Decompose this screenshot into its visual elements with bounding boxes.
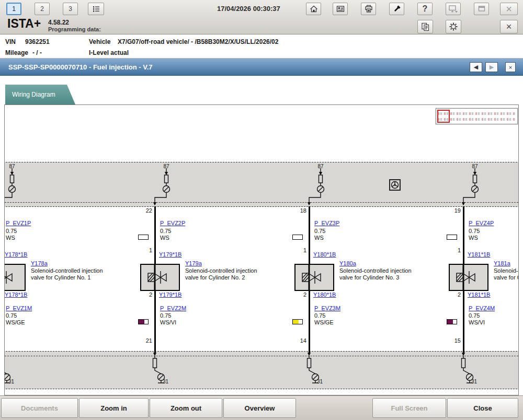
wire-color: WS [314, 235, 324, 241]
connection-icon [336, 5, 345, 13]
wire-gauge: 0.75 [469, 228, 480, 234]
close-session-button[interactable]: × [500, 20, 518, 33]
prev-document-button[interactable]: ◀ [470, 62, 482, 72]
rail-dash-line [5, 356, 518, 356]
tab-label: Wiring Diagram [12, 91, 55, 98]
help-icon: ? [423, 4, 428, 14]
wire-label[interactable]: P_EVZ2P [160, 220, 185, 226]
view-tab-1[interactable]: 1 [6, 3, 21, 15]
connector-label[interactable]: Y181*1B [468, 251, 490, 258]
pages-icon [421, 22, 430, 31]
connector-label[interactable]: Y179*1B [159, 291, 181, 298]
wire-label[interactable]: P_EVZ3M [314, 305, 340, 311]
operations-list-button[interactable] [88, 3, 104, 15]
wire-label[interactable]: P_EVZ4M [469, 305, 495, 311]
wire [463, 291, 464, 354]
pin-number: 22 [131, 207, 152, 214]
vin-value: 9362251 [25, 38, 50, 45]
connector-label[interactable]: Y181*1B [468, 291, 490, 298]
wire [463, 206, 464, 264]
monitor-dropdown-icon [449, 5, 458, 13]
chevron-left-icon: ◀ [474, 64, 478, 71]
print-button[interactable] [361, 3, 376, 15]
connector-label[interactable]: Y178*1B [5, 291, 27, 298]
connector-label[interactable]: Y180*1B [313, 291, 336, 298]
close-document-button[interactable]: × [505, 62, 516, 72]
home-icon [310, 5, 318, 13]
wire-label[interactable]: P_EVZ4P [469, 220, 494, 226]
ground-symbol [458, 351, 481, 386]
component-id[interactable]: Y180a [339, 260, 356, 266]
overview-button[interactable]: Overview [223, 398, 296, 418]
connection-button[interactable] [333, 3, 348, 15]
window-close-button[interactable]: × [500, 3, 518, 15]
close-icon: × [506, 4, 512, 14]
power-rail-band [4, 162, 519, 207]
close-button[interactable]: Close [447, 398, 518, 418]
next-document-button[interactable]: ▶ [485, 62, 498, 72]
printer-icon [365, 5, 373, 13]
component-description: valve for Cylinder No. 1 [31, 274, 90, 281]
overview-minimap[interactable] [436, 108, 518, 124]
mileage-value: - / - [32, 49, 42, 56]
fuse-connector-symbol [150, 168, 181, 207]
pin-number: 1 [286, 247, 306, 253]
component-id[interactable]: Y179a [185, 260, 202, 266]
component-id[interactable]: Y178a [31, 260, 48, 266]
view-tab-2[interactable]: 2 [35, 3, 50, 15]
wire-label[interactable]: P_EVZ1M [6, 305, 32, 311]
minimap-viewport[interactable] [437, 110, 450, 123]
chevron-right-icon: ▶ [490, 64, 494, 71]
ista-window: 1 2 3 17/04/2026 00:30:37 [0, 0, 523, 420]
home-button[interactable] [306, 3, 321, 15]
wire-color-swatch [138, 235, 149, 240]
wire-color: WS/GE [6, 319, 25, 325]
close-icon: × [509, 64, 512, 71]
document-title: SSP-SSP-SP0000070710 - Fuel injection - … [8, 63, 153, 71]
tools-button[interactable] [389, 3, 404, 15]
pin-number: 18 [286, 207, 306, 214]
connector-label[interactable]: Y178*1B [5, 251, 27, 258]
vehicle-info-panel: VIN 9362251 Vehicle X7/G07/off-road vehi… [0, 34, 523, 59]
fuse-connector-symbol [304, 168, 335, 207]
pin-number: 2 [131, 291, 152, 298]
injection-valve-symbol[interactable] [294, 264, 334, 291]
injection-valve-symbol[interactable] [449, 264, 488, 291]
wire-color: WS [6, 235, 15, 241]
connector-label[interactable]: Y179*1B [159, 251, 181, 258]
view-tab-3[interactable]: 3 [63, 3, 78, 15]
wire-color: WS/VI [160, 319, 176, 325]
pin-number: 2 [440, 291, 461, 298]
wire-gauge: 0.75 [314, 228, 325, 234]
vin-label: VIN [5, 38, 16, 45]
zoom-in-button[interactable]: Zoom in [79, 398, 149, 418]
wrench-icon [393, 5, 401, 13]
injection-valve-symbol[interactable] [140, 264, 180, 291]
wiring-diagram-canvas[interactable]: 87 P_EVZ1P 0.75 WS Y178*1B [4, 104, 519, 395]
injection-valve-symbol[interactable] [4, 264, 26, 291]
footer-button-bar: Documents Zoom in Zoom out Overview Full… [0, 395, 523, 420]
app-version: 4.58.22 [48, 19, 69, 26]
wire-label[interactable]: P_EVZ1P [6, 220, 31, 226]
zoom-out-button[interactable]: Zoom out [150, 398, 222, 418]
wire-color-swatch [292, 235, 303, 240]
pin-number: 1 [440, 247, 461, 253]
wire-label[interactable]: P_EVZ2M [160, 305, 186, 311]
help-button[interactable]: ? [417, 3, 433, 15]
list-icon [92, 5, 100, 13]
wire-color: WS [160, 235, 169, 241]
display-select-button[interactable] [446, 3, 461, 15]
settings-button[interactable] [446, 20, 461, 33]
wire-color: WS [469, 235, 478, 241]
connector-label[interactable]: Y180*1B [313, 251, 336, 258]
programming-data-button[interactable] [417, 20, 433, 33]
wire [154, 291, 156, 354]
component-id[interactable]: Y181a [494, 260, 510, 266]
vehicle-value: X7/G07/off-road vehicle/ - /B58B30M2/X/U… [118, 38, 278, 45]
ground-symbol [304, 351, 327, 386]
tab-wiring-diagram[interactable]: Wiring Diagram [5, 85, 75, 104]
wire-label[interactable]: P_EVZ3P [314, 220, 339, 226]
maximize-button[interactable] [474, 3, 489, 15]
terminal-31-label: 31 [163, 379, 168, 384]
component-description: valve for Cylinder No. 3 [339, 274, 399, 281]
